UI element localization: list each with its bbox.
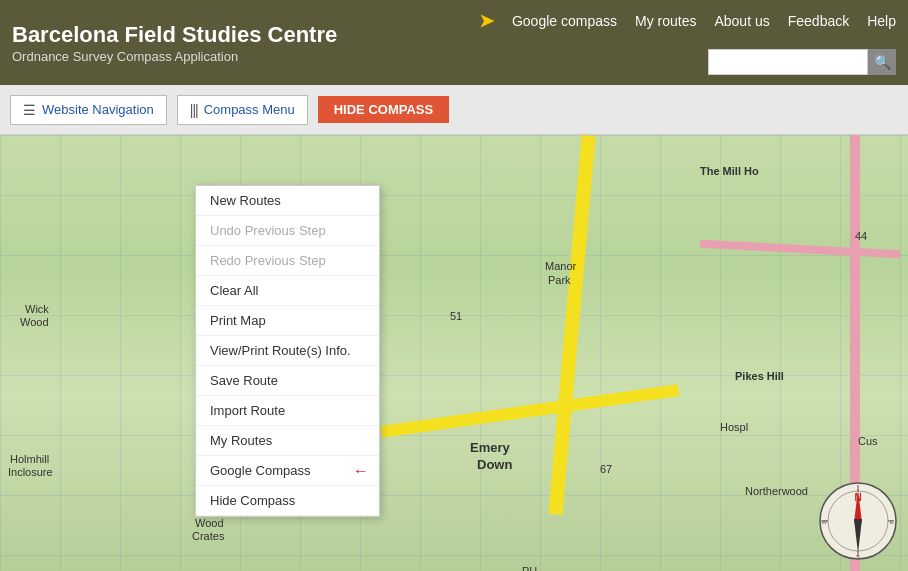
- compass-menu-item-import-route[interactable]: Import Route: [196, 396, 379, 426]
- compass-menu-item-redo-step: Redo Previous Step: [196, 246, 379, 276]
- search-input[interactable]: [708, 49, 868, 75]
- compass-menu-item-view-print-routes[interactable]: View/Print Route(s) Info.: [196, 336, 379, 366]
- website-nav-button[interactable]: ☰ Website Navigation: [10, 95, 167, 125]
- nav-google-compass[interactable]: Google compass: [512, 13, 617, 29]
- nav-about-us[interactable]: About us: [714, 13, 769, 29]
- map-label-cus: Cus: [858, 435, 878, 447]
- compass-menu-item-save-route[interactable]: Save Route: [196, 366, 379, 396]
- compass-menu-item-new-routes[interactable]: New Routes: [196, 186, 379, 216]
- compass-menu-item-hide-compass[interactable]: Hide Compass: [196, 486, 379, 516]
- compass-menu-item-clear-all[interactable]: Clear All: [196, 276, 379, 306]
- compass-menu-item-my-routes[interactable]: My Routes: [196, 426, 379, 456]
- map-label-manor-park2: Park: [548, 274, 571, 286]
- toolbar: ☰ Website Navigation ||| Compass Menu HI…: [0, 85, 908, 135]
- map-label-wick-wood2: Wood: [20, 316, 49, 328]
- map-label-num67: 67: [600, 463, 612, 475]
- map-label-emery-down2: Down: [477, 457, 512, 472]
- compass-menu-label: Compass Menu: [204, 102, 295, 117]
- search-button[interactable]: 🔍: [868, 49, 896, 75]
- compass-menu-item-print-map[interactable]: Print Map: [196, 306, 379, 336]
- svg-text:W: W: [821, 519, 827, 525]
- header: Barcelona Field Studies Centre Ordnance …: [0, 0, 908, 85]
- google-compass-arrow-icon: ➤: [479, 10, 494, 32]
- svg-text:E: E: [890, 519, 894, 525]
- svg-text:S: S: [856, 554, 860, 560]
- compass-menu-item-google-compass[interactable]: Google Compass←: [196, 456, 379, 486]
- map-label-ph1: PH: [522, 565, 537, 571]
- search-bar: 🔍: [708, 49, 896, 75]
- compass-menu-list: New RoutesUndo Previous StepRedo Previou…: [196, 186, 379, 516]
- map-label-holmhill: Holmhill: [10, 453, 49, 465]
- map-label-inclosure: Inclosure: [8, 466, 53, 478]
- website-nav-label: Website Navigation: [42, 102, 154, 117]
- compass-menu-item-undo-step: Undo Previous Step: [196, 216, 379, 246]
- hamburger-icon: ☰: [23, 102, 36, 118]
- google-compass-arrow-indicator: ←: [353, 462, 369, 480]
- map-label-wood-crates2: Crates: [192, 530, 224, 542]
- map-label-manor-park: Manor: [545, 260, 576, 272]
- map-label-emery-down: Emery: [470, 440, 510, 455]
- hide-compass-label: HIDE COMPASS: [334, 102, 433, 117]
- map-label-num44: 44: [855, 230, 867, 242]
- compass-rose: N S W E: [818, 481, 898, 561]
- hide-compass-button[interactable]: HIDE COMPASS: [318, 96, 449, 123]
- map-label-num51: 51: [450, 310, 462, 322]
- map-label-pikes-hill: Pikes Hill: [735, 370, 784, 382]
- map-label-northerwood: Northerwood: [745, 485, 808, 497]
- map-label-hospl: Hospl: [720, 421, 748, 433]
- nav-feedback[interactable]: Feedback: [788, 13, 849, 29]
- nav-my-routes[interactable]: My routes: [635, 13, 696, 29]
- map-area[interactable]: The Mill Ho Manor Park Pikes Hill Wick W…: [0, 135, 908, 571]
- map-label-wick-wood: Wick: [25, 303, 49, 315]
- map-label-mill-ho: The Mill Ho: [700, 165, 759, 177]
- compass-menu-button[interactable]: ||| Compass Menu: [177, 95, 308, 125]
- nav-help[interactable]: Help: [867, 13, 896, 29]
- svg-text:N: N: [854, 492, 861, 503]
- header-nav: ➤ Google compass My routes About us Feed…: [479, 10, 896, 32]
- bars-icon: |||: [190, 102, 198, 118]
- map-label-wood-crates: Wood: [195, 517, 224, 529]
- compass-dropdown: New RoutesUndo Previous StepRedo Previou…: [195, 185, 380, 517]
- map-background: [0, 135, 908, 571]
